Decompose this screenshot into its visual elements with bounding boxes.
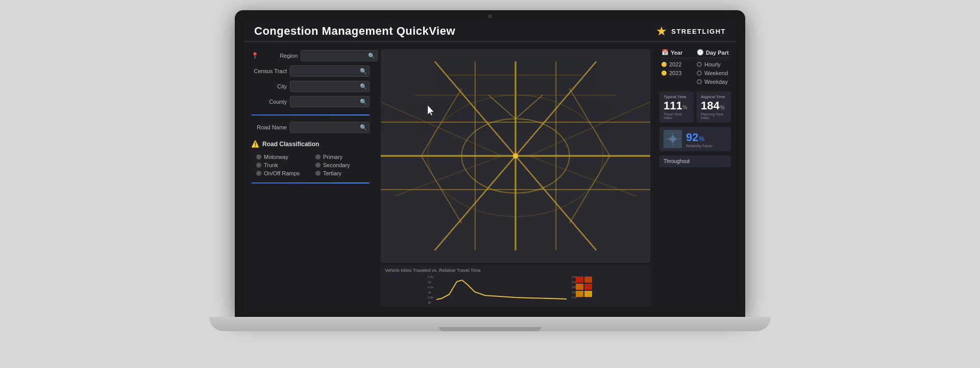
primary-dot <box>315 154 321 159</box>
motorway-dot <box>256 154 261 159</box>
tertiary-label: Tertiary <box>323 170 341 176</box>
region-input[interactable] <box>303 53 368 59</box>
year-title: Year <box>671 50 682 56</box>
year-2023-dot <box>662 71 667 76</box>
county-search-btn[interactable]: 🔍 <box>360 99 367 105</box>
typical-time-unit: % <box>683 105 688 110</box>
left-panel: 📍 Region 🔍 Census Tract <box>244 44 377 312</box>
map-thumbnail <box>664 130 682 148</box>
city-input[interactable] <box>292 84 360 89</box>
year-daypart-section: 📅 Year 2022 2023 <box>659 49 731 87</box>
census-tract-search-btn[interactable]: 🔍 <box>360 68 367 75</box>
hourly-label: Hourly <box>704 61 721 67</box>
svg-text:3.5k: 3.5k <box>428 296 434 299</box>
metric-cards: Typical Time 111 % Travel Time Index Aty… <box>659 91 731 123</box>
year-2023[interactable]: 2023 <box>662 70 694 76</box>
daypart-hourly[interactable]: Hourly <box>697 61 729 67</box>
tertiary-dot <box>315 171 321 176</box>
atypical-time-subtitle: Planning Time Index <box>701 112 727 120</box>
page-title: Congestion Management QuickView <box>254 25 455 38</box>
census-tract-row: Census Tract 🔍 <box>251 65 370 77</box>
daypart-weekend[interactable]: Weekend <box>697 70 729 76</box>
class-onofframps[interactable]: On/Off Ramps <box>256 170 310 176</box>
separator-2 <box>251 182 370 183</box>
svg-text:4.5k: 4.5k <box>428 286 434 289</box>
atypical-time-card: Atypical Time 184 % Planning Time Index <box>697 91 731 123</box>
road-name-label: Road Name <box>251 124 287 130</box>
main-area: 📍 Region 🔍 Census Tract <box>244 44 736 312</box>
reliability-label: Reliability Factor <box>686 144 727 148</box>
classification-grid: Motorway Primary Trunk <box>251 154 370 176</box>
onofframps-label: On/Off Ramps <box>264 170 300 176</box>
road-name-search-btn[interactable]: 🔍 <box>360 124 367 131</box>
secondary-label: Secondary <box>323 162 350 168</box>
region-input-wrap[interactable]: 🔍 <box>301 50 378 61</box>
onofframps-dot <box>256 171 261 176</box>
class-secondary[interactable]: Secondary <box>315 162 370 168</box>
daypart-weekday[interactable]: Weekday <box>697 79 729 85</box>
typical-time-card: Typical Time 111 % Travel Time Index <box>659 91 694 123</box>
class-trunk[interactable]: Trunk <box>256 162 310 168</box>
census-tract-label: Census Tract <box>251 68 287 74</box>
region-search-btn[interactable]: 🔍 <box>368 53 375 59</box>
svg-rect-40 <box>584 284 592 290</box>
city-input-wrap[interactable]: 🔍 <box>290 81 370 92</box>
atypical-time-value: 184 <box>701 100 720 111</box>
region-icon: 📍 <box>251 52 259 59</box>
laptop-camera <box>488 14 492 18</box>
reliability-metric: 92 % Reliability Factor <box>686 131 727 148</box>
road-classification-title: ⚠️ Road Classification <box>251 140 370 148</box>
svg-rect-37 <box>576 277 583 283</box>
weekday-dot <box>697 79 702 84</box>
primary-label: Primary <box>323 154 342 160</box>
county-input-wrap[interactable]: 🔍 <box>290 96 370 107</box>
streetlight-logo-icon <box>656 26 667 37</box>
dashboard: Congestion Management QuickView STREETLI… <box>244 19 736 312</box>
reliability-value: 92 <box>686 131 698 144</box>
laptop-base <box>209 317 771 331</box>
city-search-btn[interactable]: 🔍 <box>360 83 367 90</box>
top-divider <box>244 41 736 42</box>
top-bar: Congestion Management QuickView STREETLI… <box>244 19 736 41</box>
motorway-label: Motorway <box>264 154 288 160</box>
class-motorway[interactable]: Motorway <box>256 154 310 160</box>
reliability-unit: % <box>699 135 704 143</box>
year-2022-dot <box>662 62 667 67</box>
class-tertiary[interactable]: Tertiary <box>315 170 370 176</box>
screen-content: Congestion Management QuickView STREETLI… <box>244 19 736 312</box>
road-name-input-wrap[interactable]: 🔍 <box>290 122 370 133</box>
logo-text: STREETLIGHT <box>671 28 726 35</box>
center-map: Vehicle Miles Traveled vs. Relative Trav… <box>377 44 654 312</box>
reliability-card: 92 % Reliability Factor <box>659 127 731 151</box>
census-tract-input-wrap[interactable]: 🔍 <box>290 65 370 77</box>
secondary-dot <box>315 163 321 168</box>
census-tract-input[interactable] <box>292 68 360 74</box>
svg-rect-42 <box>584 291 592 297</box>
weekend-label: Weekend <box>704 70 728 76</box>
calendar-icon: 📅 <box>662 49 669 56</box>
chart-title: Vehicle Miles Traveled vs. Relative Trav… <box>385 268 646 273</box>
county-row: County 🔍 <box>251 96 370 107</box>
year-2022[interactable]: 2022 <box>662 61 694 67</box>
warning-icon: ⚠️ <box>251 140 259 148</box>
year-header: 📅 Year <box>662 49 694 58</box>
svg-marker-1 <box>428 105 434 116</box>
separator-1 <box>251 114 370 116</box>
svg-rect-39 <box>576 284 583 290</box>
trunk-label: Trunk <box>264 162 278 168</box>
class-primary[interactable]: Primary <box>315 154 370 160</box>
svg-text:5.5k: 5.5k <box>428 275 434 279</box>
daypart-section: 🕐 Day Part Hourly Weekend <box>697 49 729 87</box>
weekend-dot <box>697 71 702 76</box>
year-2023-label: 2023 <box>669 70 681 76</box>
laptop-screen-bezel: Congestion Management QuickView STREETLI… <box>235 10 745 317</box>
atypical-time-title: Atypical Time <box>701 95 727 99</box>
typical-time-value: 111 <box>664 100 682 111</box>
svg-marker-0 <box>657 27 666 35</box>
road-name-input[interactable] <box>292 125 360 130</box>
region-row: 📍 Region 🔍 <box>251 50 370 61</box>
county-input[interactable] <box>292 99 360 105</box>
road-name-row: Road Name 🔍 <box>251 122 370 133</box>
chart-area: Vehicle Miles Traveled vs. Relative Trav… <box>381 266 650 307</box>
city-label: City <box>251 83 287 89</box>
